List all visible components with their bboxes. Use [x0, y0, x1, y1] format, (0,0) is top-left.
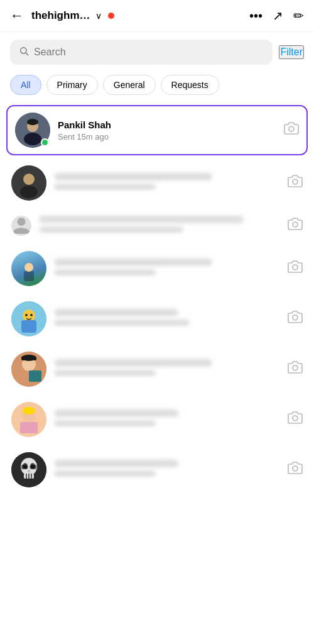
- avatar-wrap: [15, 113, 50, 148]
- avatar: [11, 301, 46, 336]
- svg-rect-42: [21, 465, 28, 469]
- avatar-wrap: [11, 165, 46, 201]
- conversation-item-4[interactable]: [0, 243, 314, 294]
- svg-point-32: [293, 416, 298, 421]
- conversation-item-6[interactable]: [0, 344, 314, 394]
- camera-icon[interactable]: [288, 460, 303, 479]
- search-input[interactable]: [34, 47, 264, 58]
- convo-content: [54, 258, 280, 279]
- svg-point-45: [293, 466, 298, 471]
- convo-content: [39, 216, 280, 236]
- svg-point-21: [293, 315, 298, 320]
- search-icon: [19, 46, 29, 58]
- avatar: [11, 251, 46, 286]
- conversation-item-2[interactable]: [0, 158, 314, 208]
- online-indicator: [41, 138, 49, 147]
- convo-name: Pankil Shah: [58, 119, 276, 130]
- camera-icon[interactable]: [288, 174, 303, 192]
- conversation-item-3[interactable]: [0, 208, 314, 243]
- convo-content: [54, 460, 280, 480]
- avatar: [11, 165, 46, 201]
- camera-icon[interactable]: [288, 360, 303, 379]
- conversation-item-pankil[interactable]: Pankil Shah Sent 15m ago: [6, 105, 308, 155]
- conversation-item-5[interactable]: [0, 294, 314, 344]
- svg-point-19: [25, 314, 28, 316]
- blurred-preview: [54, 184, 156, 190]
- svg-rect-25: [21, 357, 36, 360]
- svg-point-38: [28, 470, 30, 473]
- avatar-wrap: [11, 452, 46, 487]
- svg-rect-43: [30, 465, 36, 469]
- avatar: [11, 452, 46, 487]
- convo-content: [54, 309, 280, 329]
- svg-line-1: [26, 53, 28, 55]
- blurred-preview: [54, 370, 156, 376]
- svg-point-11: [293, 222, 298, 227]
- camera-icon[interactable]: [288, 410, 303, 429]
- more-options-icon[interactable]: •••: [249, 9, 263, 23]
- svg-point-10: [293, 179, 298, 184]
- header-title: thehighm…: [31, 9, 90, 22]
- svg-point-14: [24, 263, 33, 272]
- svg-point-9: [20, 186, 38, 198]
- camera-icon[interactable]: [288, 259, 303, 278]
- back-button[interactable]: ←: [10, 8, 24, 24]
- camera-icon[interactable]: [288, 309, 303, 328]
- conversation-item-7[interactable]: [0, 394, 314, 445]
- svg-point-20: [30, 314, 33, 316]
- avatar: [11, 352, 46, 387]
- svg-rect-31: [20, 422, 38, 433]
- camera-icon[interactable]: [288, 216, 303, 235]
- camera-icon[interactable]: [284, 121, 299, 140]
- filter-button[interactable]: Filter: [279, 45, 304, 59]
- avatar-wrap: [11, 216, 31, 236]
- header: ← thehighm… ∨ ••• ↗ ✏: [0, 0, 314, 32]
- convo-content: Pankil Shah Sent 15m ago: [58, 119, 276, 142]
- chevron-down-icon[interactable]: ∨: [95, 11, 102, 21]
- avatar-wrap: [11, 301, 46, 336]
- trending-icon[interactable]: ↗: [273, 8, 283, 23]
- conversation-list: Pankil Shah Sent 15m ago: [0, 105, 314, 495]
- blurred-name: [54, 173, 212, 180]
- conversation-item-8[interactable]: [0, 445, 314, 495]
- convo-content: [54, 409, 280, 430]
- online-status-dot: [108, 13, 114, 19]
- convo-content: [54, 359, 280, 379]
- convo-content: [54, 173, 280, 193]
- svg-rect-26: [29, 370, 41, 382]
- search-bar-container: Filter: [0, 32, 314, 70]
- compose-icon[interactable]: ✏: [293, 8, 304, 23]
- blurred-preview: [39, 226, 183, 233]
- blurred-preview: [54, 319, 190, 326]
- svg-point-6: [289, 126, 294, 131]
- avatar: [11, 216, 31, 236]
- avatar-wrap: [11, 352, 46, 387]
- svg-point-8: [23, 174, 35, 185]
- svg-rect-13: [24, 271, 34, 281]
- avatar: [11, 402, 46, 437]
- tabs-container: All Primary General Requests: [0, 70, 314, 103]
- avatar-wrap: [11, 402, 46, 437]
- svg-point-5: [27, 119, 38, 125]
- blurred-name: [54, 460, 178, 467]
- blurred-name: [39, 216, 244, 223]
- svg-rect-18: [21, 320, 36, 333]
- blurred-name: [54, 258, 212, 266]
- svg-point-30: [23, 407, 35, 414]
- tab-primary[interactable]: Primary: [46, 75, 98, 95]
- blurred-name: [54, 309, 178, 316]
- tab-general[interactable]: General: [103, 75, 156, 95]
- convo-preview: Sent 15m ago: [58, 132, 276, 142]
- svg-point-15: [293, 265, 298, 270]
- avatar-wrap: [11, 251, 46, 286]
- tab-requests[interactable]: Requests: [161, 75, 219, 95]
- blurred-preview: [54, 269, 156, 275]
- blurred-preview: [54, 420, 156, 426]
- search-bar[interactable]: [10, 40, 273, 65]
- svg-point-27: [293, 365, 298, 370]
- blurred-preview: [54, 470, 156, 477]
- blurred-name: [54, 359, 212, 367]
- blurred-name: [54, 409, 178, 417]
- tab-all[interactable]: All: [10, 75, 41, 95]
- svg-point-3: [24, 133, 41, 145]
